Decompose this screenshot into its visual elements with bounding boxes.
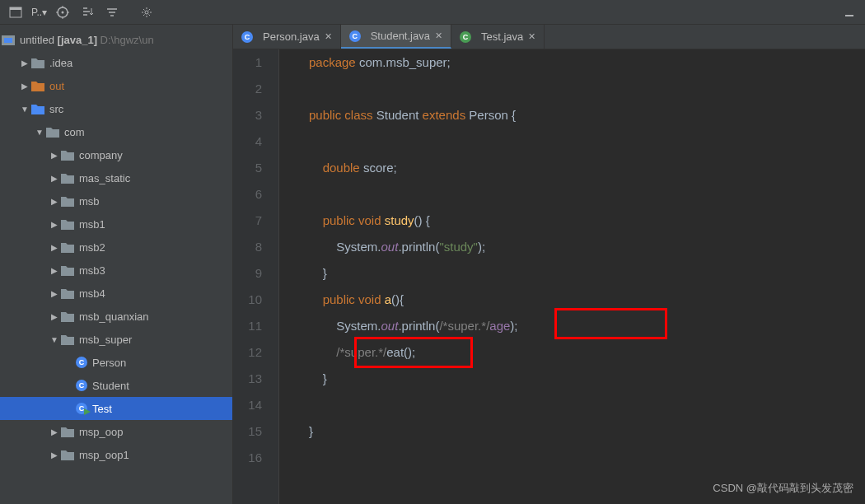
tree-arrow[interactable]: ▶: [48, 197, 61, 206]
code-area[interactable]: package com.msb_super; public class Stud…: [279, 49, 865, 504]
line-number: 11: [233, 313, 262, 339]
tree-label: out: [49, 80, 64, 92]
class-icon: C: [349, 30, 361, 42]
tree-label: msb: [79, 195, 100, 208]
tree-item-msb_quanxian[interactable]: ▶msb_quanxian: [0, 305, 232, 328]
tree-item-mas_static[interactable]: ▶mas_static: [0, 166, 232, 189]
folder-icon: [61, 264, 74, 276]
tree-label: company: [79, 149, 123, 161]
folder-icon: [61, 195, 74, 207]
svg-rect-1: [10, 7, 21, 10]
project-view-icon[interactable]: [5, 2, 26, 23]
tree-item-out[interactable]: ▶out: [0, 74, 232, 97]
tree-arrow[interactable]: ▶: [48, 220, 61, 229]
tree-arrow[interactable]: ▶: [48, 450, 61, 460]
tree-item-msb3[interactable]: ▶msb3: [0, 259, 232, 282]
tree-label: Test: [92, 403, 112, 415]
tree-item-.idea[interactable]: ▶.idea: [0, 51, 232, 74]
folder-icon: [46, 126, 59, 138]
folder-icon: [61, 310, 74, 322]
tree-arrow[interactable]: ▶: [48, 312, 61, 321]
tree-item-msp_oop[interactable]: ▶msp_oop: [0, 420, 232, 443]
project-root[interactable]: untitled [java_1] D:\hgwz\un: [0, 28, 232, 51]
expand-icon[interactable]: [101, 2, 123, 23]
tree-item-msb1[interactable]: ▶msb1: [0, 212, 232, 236]
class-run-icon: C: [460, 31, 471, 43]
folder-icon: [61, 241, 74, 253]
tree-item-msb[interactable]: ▶msb: [0, 189, 232, 212]
svg-point-3: [62, 11, 64, 13]
tree-item-msb4[interactable]: ▶msb4: [0, 282, 232, 305]
line-number: 7: [233, 208, 262, 234]
tree-item-Person[interactable]: CPerson: [0, 351, 232, 374]
tree-label: msp_oop1: [79, 449, 129, 461]
project-dropdown[interactable]: P..▾: [31, 7, 47, 18]
tree-label: .idea: [49, 57, 72, 69]
tree-arrow[interactable]: ▶: [48, 266, 61, 275]
tree-arrow[interactable]: ▶: [48, 151, 61, 160]
tree-arrow[interactable]: ▶: [48, 243, 61, 252]
tree-label: msp_oop: [79, 426, 123, 438]
close-icon[interactable]: ✕: [435, 30, 442, 41]
tree-item-msb_super[interactable]: ▼msb_super: [0, 328, 232, 351]
module-icon: [2, 34, 15, 45]
line-number: 1: [233, 49, 262, 76]
close-icon[interactable]: ✕: [325, 31, 332, 42]
tree-item-com[interactable]: ▼com: [0, 120, 232, 143]
folder-icon: [61, 149, 74, 161]
tree-item-Student[interactable]: CStudent: [0, 374, 232, 397]
project-sidebar: untitled [java_1] D:\hgwz\un ▶.idea▶out▼…: [0, 25, 233, 504]
close-icon[interactable]: ✕: [528, 31, 535, 42]
tree-label: Person: [92, 357, 126, 369]
tree-label: msb1: [79, 218, 105, 231]
tree-label: msb_quanxian: [79, 310, 149, 323]
sort-icon[interactable]: [77, 2, 98, 23]
svg-rect-11: [4, 38, 12, 43]
project-mod: [java_1]: [58, 34, 97, 46]
run-icon: [84, 408, 91, 417]
tree-arrow[interactable]: ▼: [18, 105, 31, 114]
class-icon: C: [76, 380, 87, 391]
target-icon[interactable]: [52, 2, 73, 23]
svg-point-8: [145, 11, 148, 14]
tree-arrow[interactable]: ▼: [33, 128, 46, 137]
main-toolbar: P..▾: [0, 0, 865, 25]
folder-icon: [61, 287, 74, 299]
folder-icon: [61, 218, 74, 230]
tree-item-Test[interactable]: CTest: [0, 397, 232, 420]
project-name: untitled: [20, 34, 54, 46]
watermark: CSDN @敲代码敲到头发茂密: [713, 481, 853, 496]
tab-Person.java[interactable]: CPerson.java✕: [233, 25, 341, 49]
tree-item-src[interactable]: ▼src: [0, 97, 232, 120]
tree-arrow[interactable]: ▶: [48, 174, 61, 183]
line-number: 16: [233, 445, 262, 471]
line-number: 2: [233, 76, 262, 102]
tree-arrow[interactable]: ▼: [48, 335, 61, 344]
tree-item-company[interactable]: ▶company: [0, 143, 232, 166]
gear-icon[interactable]: [136, 2, 157, 23]
tree-label: msb_super: [79, 334, 132, 346]
class-icon: C: [76, 357, 87, 368]
class-icon: C: [76, 403, 87, 414]
tab-label: Person.java: [263, 30, 320, 43]
tab-Student.java[interactable]: CStudent.java✕: [341, 25, 451, 49]
tree-item-msb2[interactable]: ▶msb2: [0, 236, 232, 259]
folder-icon: [61, 426, 74, 437]
tab-Test.java[interactable]: CTest.java✕: [451, 25, 545, 49]
tree-arrow[interactable]: ▶: [48, 289, 61, 298]
class-icon: C: [241, 31, 253, 43]
tree-arrow[interactable]: ▶: [18, 58, 31, 68]
minimize-icon[interactable]: [839, 2, 860, 23]
line-number: 8: [233, 234, 262, 260]
line-number: 10: [233, 287, 262, 313]
line-gutter: 12345678910111213141516: [233, 49, 279, 504]
tree-arrow[interactable]: ▶: [48, 427, 61, 436]
line-number: 15: [233, 418, 262, 445]
code-editor[interactable]: 12345678910111213141516 package com.msb_…: [233, 49, 865, 504]
line-number: 12: [233, 339, 262, 366]
folder-icon: [31, 103, 44, 114]
tree-arrow[interactable]: ▶: [18, 82, 31, 91]
tree-item-msp_oop1[interactable]: ▶msp_oop1: [0, 443, 232, 466]
folder-icon: [61, 172, 74, 184]
folder-icon: [31, 57, 44, 68]
